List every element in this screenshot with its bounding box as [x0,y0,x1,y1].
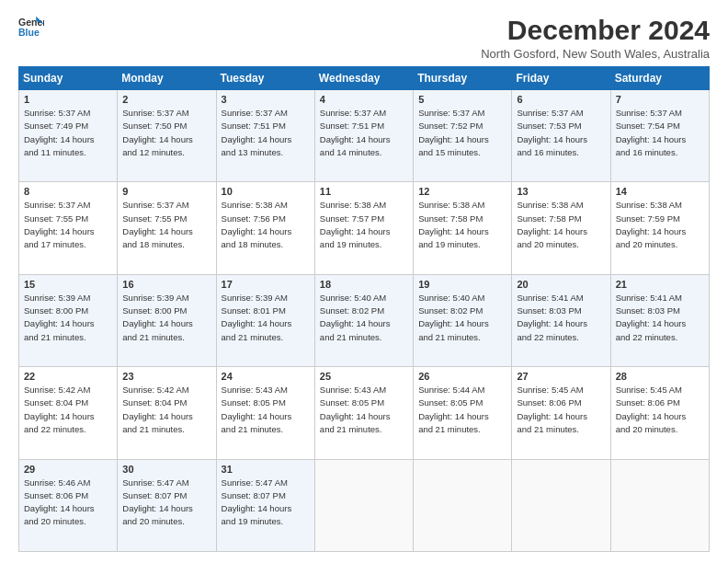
day-info: Sunrise: 5:41 AMSunset: 8:03 PMDaylight:… [517,292,605,344]
day-cell: 24Sunrise: 5:43 AMSunset: 8:05 PMDayligh… [216,367,314,459]
day-info: Sunrise: 5:37 AMSunset: 7:49 PMDaylight:… [24,107,112,159]
day-info: Sunrise: 5:38 AMSunset: 7:58 PMDaylight:… [418,199,506,251]
day-number: 23 [122,371,210,382]
day-cell: 1Sunrise: 5:37 AMSunset: 7:49 PMDaylight… [19,90,118,182]
header: General Blue December 2024 North Gosford… [18,15,710,61]
day-info: Sunrise: 5:38 AMSunset: 7:57 PMDaylight:… [320,199,408,251]
day-info: Sunrise: 5:37 AMSunset: 7:55 PMDaylight:… [122,199,210,251]
day-number: 4 [320,94,408,105]
day-number: 15 [24,279,112,290]
day-cell: 21Sunrise: 5:41 AMSunset: 8:03 PMDayligh… [610,274,709,366]
day-cell [414,459,512,551]
day-number: 30 [122,464,210,475]
week-row-4: 22Sunrise: 5:42 AMSunset: 8:04 PMDayligh… [19,367,710,459]
day-number: 6 [517,94,605,105]
day-info: Sunrise: 5:38 AMSunset: 7:58 PMDaylight:… [517,199,605,251]
day-info: Sunrise: 5:37 AMSunset: 7:55 PMDaylight:… [24,199,112,251]
day-cell: 9Sunrise: 5:37 AMSunset: 7:55 PMDaylight… [118,182,216,274]
day-cell [512,459,610,551]
day-info: Sunrise: 5:38 AMSunset: 7:56 PMDaylight:… [222,199,310,251]
day-number: 9 [122,186,210,197]
day-number: 17 [222,279,310,290]
day-number: 2 [122,94,210,105]
day-info: Sunrise: 5:40 AMSunset: 8:02 PMDaylight:… [320,292,408,344]
day-info: Sunrise: 5:45 AMSunset: 8:06 PMDaylight:… [616,384,704,436]
day-cell: 15Sunrise: 5:39 AMSunset: 8:00 PMDayligh… [19,274,118,366]
day-header-wednesday: Wednesday [314,67,413,90]
title-area: December 2024 North Gosford, New South W… [481,15,710,61]
day-cell: 28Sunrise: 5:45 AMSunset: 8:06 PMDayligh… [610,367,709,459]
day-cell: 30Sunrise: 5:47 AMSunset: 8:07 PMDayligh… [118,459,216,551]
logo-area: General Blue [18,15,44,40]
day-number: 16 [122,279,210,290]
day-info: Sunrise: 5:39 AMSunset: 8:01 PMDaylight:… [222,292,310,344]
day-cell: 4Sunrise: 5:37 AMSunset: 7:51 PMDaylight… [314,90,413,182]
day-header-tuesday: Tuesday [216,67,314,90]
day-cell: 26Sunrise: 5:44 AMSunset: 8:05 PMDayligh… [414,367,512,459]
day-number: 24 [222,371,310,382]
day-cell: 13Sunrise: 5:38 AMSunset: 7:58 PMDayligh… [512,182,610,274]
month-title: December 2024 [481,15,710,45]
day-cell: 14Sunrise: 5:38 AMSunset: 7:59 PMDayligh… [610,182,709,274]
day-number: 31 [222,464,310,475]
day-number: 18 [320,279,408,290]
day-number: 20 [517,279,605,290]
day-number: 29 [24,464,112,475]
day-cell: 19Sunrise: 5:40 AMSunset: 8:02 PMDayligh… [414,274,512,366]
days-header-row: SundayMondayTuesdayWednesdayThursdayFrid… [19,67,710,90]
day-cell: 31Sunrise: 5:47 AMSunset: 8:07 PMDayligh… [216,459,314,551]
day-number: 8 [24,186,112,197]
day-number: 7 [616,94,704,105]
day-number: 14 [616,186,704,197]
day-cell [610,459,709,551]
day-number: 10 [222,186,310,197]
day-info: Sunrise: 5:43 AMSunset: 8:05 PMDaylight:… [222,384,310,436]
day-info: Sunrise: 5:40 AMSunset: 8:02 PMDaylight:… [418,292,506,344]
day-cell: 11Sunrise: 5:38 AMSunset: 7:57 PMDayligh… [314,182,413,274]
day-info: Sunrise: 5:47 AMSunset: 8:07 PMDaylight:… [222,477,310,529]
day-number: 21 [616,279,704,290]
svg-text:Blue: Blue [18,27,40,38]
day-info: Sunrise: 5:39 AMSunset: 8:00 PMDaylight:… [122,292,210,344]
day-number: 11 [320,186,408,197]
day-cell: 2Sunrise: 5:37 AMSunset: 7:50 PMDaylight… [118,90,216,182]
day-info: Sunrise: 5:42 AMSunset: 8:04 PMDaylight:… [122,384,210,436]
day-info: Sunrise: 5:37 AMSunset: 7:51 PMDaylight:… [222,107,310,159]
day-info: Sunrise: 5:37 AMSunset: 7:50 PMDaylight:… [122,107,210,159]
day-cell: 12Sunrise: 5:38 AMSunset: 7:58 PMDayligh… [414,182,512,274]
week-row-3: 15Sunrise: 5:39 AMSunset: 8:00 PMDayligh… [19,274,710,366]
day-number: 22 [24,371,112,382]
calendar-table: SundayMondayTuesdayWednesdayThursdayFrid… [18,66,710,552]
day-number: 1 [24,94,112,105]
day-info: Sunrise: 5:43 AMSunset: 8:05 PMDaylight:… [320,384,408,436]
day-header-friday: Friday [512,67,610,90]
day-cell: 27Sunrise: 5:45 AMSunset: 8:06 PMDayligh… [512,367,610,459]
day-header-saturday: Saturday [610,67,709,90]
day-header-thursday: Thursday [414,67,512,90]
day-cell [314,459,413,551]
day-number: 28 [616,371,704,382]
day-cell: 6Sunrise: 5:37 AMSunset: 7:53 PMDaylight… [512,90,610,182]
day-info: Sunrise: 5:39 AMSunset: 8:00 PMDaylight:… [24,292,112,344]
day-info: Sunrise: 5:47 AMSunset: 8:07 PMDaylight:… [122,477,210,529]
day-cell: 20Sunrise: 5:41 AMSunset: 8:03 PMDayligh… [512,274,610,366]
day-cell: 23Sunrise: 5:42 AMSunset: 8:04 PMDayligh… [118,367,216,459]
day-number: 25 [320,371,408,382]
week-row-2: 8Sunrise: 5:37 AMSunset: 7:55 PMDaylight… [19,182,710,274]
day-number: 27 [517,371,605,382]
day-info: Sunrise: 5:44 AMSunset: 8:05 PMDaylight:… [418,384,506,436]
day-info: Sunrise: 5:42 AMSunset: 8:04 PMDaylight:… [24,384,112,436]
day-cell: 5Sunrise: 5:37 AMSunset: 7:52 PMDaylight… [414,90,512,182]
logo-icon: General Blue [18,15,44,40]
day-cell: 16Sunrise: 5:39 AMSunset: 8:00 PMDayligh… [118,274,216,366]
day-cell: 22Sunrise: 5:42 AMSunset: 8:04 PMDayligh… [19,367,118,459]
day-info: Sunrise: 5:45 AMSunset: 8:06 PMDaylight:… [517,384,605,436]
subtitle: North Gosford, New South Wales, Australi… [481,47,710,61]
day-cell: 8Sunrise: 5:37 AMSunset: 7:55 PMDaylight… [19,182,118,274]
day-number: 13 [517,186,605,197]
day-info: Sunrise: 5:37 AMSunset: 7:51 PMDaylight:… [320,107,408,159]
day-cell: 29Sunrise: 5:46 AMSunset: 8:06 PMDayligh… [19,459,118,551]
day-info: Sunrise: 5:38 AMSunset: 7:59 PMDaylight:… [616,199,704,251]
day-number: 3 [222,94,310,105]
day-cell: 17Sunrise: 5:39 AMSunset: 8:01 PMDayligh… [216,274,314,366]
